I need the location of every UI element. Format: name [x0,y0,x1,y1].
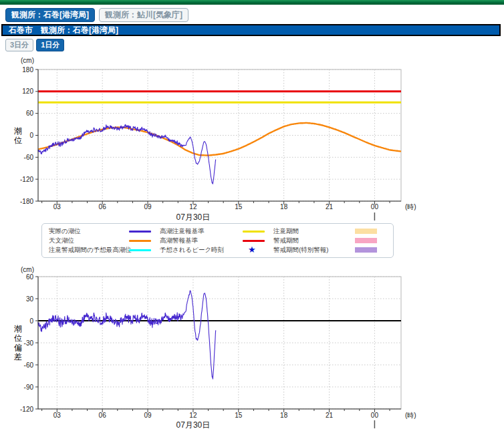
x-unit-label: (時) [405,412,416,419]
legend-symbol-swatch-8 [355,247,382,253]
legend-label-4: 高潮警報基準 [160,237,243,245]
legend-label-5: 警戒期間 [273,237,355,245]
x-tick-label: 06 [99,412,107,419]
y-tick-label: 180 [22,66,33,74]
y-tick-label: -180 [20,198,33,205]
x-tick-label: 06 [99,203,107,210]
legend-symbol-line-1 [243,231,273,233]
y-tick-label: -120 [20,176,33,183]
svg-text:偏: 偏 [14,343,22,352]
range-tab-bar: 3日分1日分 [5,39,64,51]
legend-symbol-line-6 [129,249,160,251]
y-tick-label: -60 [24,362,34,369]
y-axis-title: 潮位 [14,126,22,145]
station-tab-bar: 観測所：石巻[港湾局]観測所：鮎川[気象庁] [5,8,188,22]
chart-legend: 実際の潮位高潮注意報基準注意期間天文潮位高潮警報基準警戒期間注意警戒期間の予想最… [41,223,394,258]
tide-level-chart: 180120600-60-120-1800306091215182100(cm)… [12,56,433,223]
legend-label-3: 天文潮位 [49,237,129,245]
date-label: 07月30日 [176,420,211,429]
x-tick-label: 21 [326,203,334,210]
range-tab-0[interactable]: 3日分 [5,39,33,51]
legend-label-6: 注意警戒期間の予想最高潮位 [49,246,129,255]
location-title-bar: 石巻市 観測所：石巻[港湾局] [1,24,501,36]
legend-symbol-line-4 [243,240,273,242]
x-tick-label: 00 [371,203,379,210]
y-tick-label: 60 [26,273,34,281]
svg-text:潮: 潮 [14,126,22,136]
y-axis-title: 潮位偏差 [13,324,22,362]
legend-symbol-line-3 [129,240,160,242]
location-title-text: 石巻市 観測所：石巻[港湾局] [9,25,118,35]
legend-symbol-swatch-2 [355,229,382,234]
svg-text:差: 差 [13,352,22,362]
x-tick-label: 18 [280,203,288,210]
y-unit-label: (cm) [21,57,34,64]
x-tick-label: 09 [144,412,152,419]
legend-label-7: 予想されるピーク時刻 [160,246,243,255]
y-tick-label: -60 [24,154,34,161]
x-tick-label: 12 [189,412,197,419]
x-tick-label: 03 [53,203,61,210]
legend-label-8: 警戒期間(特別警報) [273,246,355,255]
x-tick-label: 15 [235,203,243,210]
y-tick-label: -120 [20,406,33,413]
y-tick-label: -90 [24,384,34,391]
x-unit-label: (時) [405,203,416,210]
tide-deviation-chart: 60300-30-60-90-1200306091215182100(cm)(時… [12,266,433,429]
y-unit-label: (cm) [21,266,34,273]
station-tab-0[interactable]: 観測所：石巻[港湾局] [5,8,95,22]
y-tick-label: 60 [26,110,34,117]
legend-symbol-line-0 [129,231,160,233]
legend-symbol-star-7: ★ [243,247,273,253]
y-tick-label: -30 [24,339,34,347]
svg-text:位: 位 [14,136,22,145]
date-label: 07月30日 [176,212,211,222]
x-tick-label: 03 [53,412,61,419]
x-tick-label: 00 [371,412,379,419]
svg-text:位: 位 [14,333,22,343]
legend-label-1: 高潮注意報基準 [160,227,243,236]
legend-label-0: 実際の潮位 [49,227,129,236]
x-tick-label: 21 [326,412,334,419]
y-tick-label: 0 [29,132,33,139]
x-tick-label: 12 [189,203,197,210]
legend-symbol-swatch-5 [355,238,382,243]
svg-text:潮: 潮 [14,324,22,333]
range-tab-1[interactable]: 1日分 [36,39,64,51]
station-tab-1[interactable]: 観測所：鮎川[気象庁] [99,8,188,22]
y-tick-label: 0 [29,317,33,325]
x-tick-label: 09 [144,203,152,210]
y-tick-label: 120 [22,88,33,95]
top-green-bar [0,0,504,5]
x-tick-label: 18 [280,412,288,419]
x-tick-label: 15 [235,412,243,419]
y-tick-label: 30 [26,295,34,303]
legend-label-2: 注意期間 [273,227,355,236]
